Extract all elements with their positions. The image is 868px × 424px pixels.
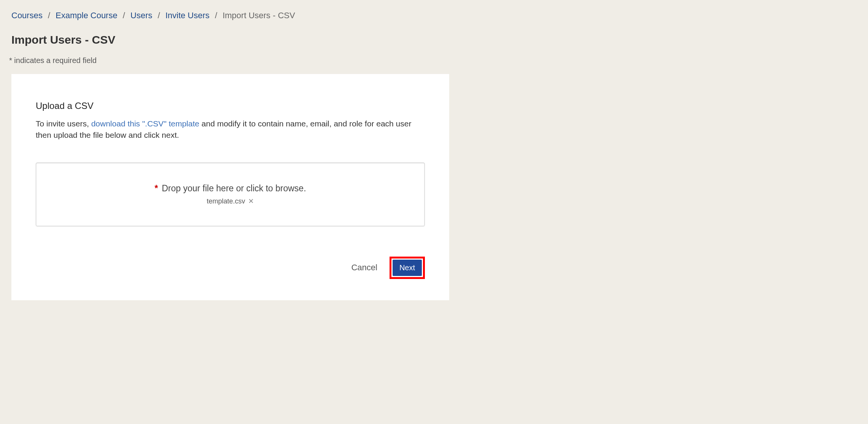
breadcrumb-invite-users[interactable]: Invite Users [165,11,209,20]
breadcrumb-current: Import Users - CSV [223,11,295,20]
breadcrumb-separator: / [48,11,50,20]
breadcrumb-users[interactable]: Users [130,11,152,20]
dropzone-label-text: Drop your file here or click to browse. [162,183,306,193]
remove-file-icon[interactable]: ✕ [248,198,254,205]
next-button[interactable]: Next [393,260,422,276]
required-field-note: * indicates a required field [9,56,857,65]
breadcrumb-separator: / [123,11,125,20]
upload-card: Upload a CSV To invite users, download t… [11,74,449,300]
cancel-button[interactable]: Cancel [350,260,379,276]
instructions-text-before: To invite users, [36,119,91,128]
download-template-link[interactable]: download this ".CSV" template [91,119,200,128]
breadcrumb-courses[interactable]: Courses [11,11,43,20]
file-dropzone[interactable]: *Drop your file here or click to browse.… [36,162,425,226]
action-row: Cancel Next [36,257,425,279]
dropzone-label: *Drop your file here or click to browse. [155,183,306,194]
page-title: Import Users - CSV [11,33,857,46]
breadcrumb-separator: / [215,11,217,20]
next-button-highlight: Next [390,257,425,279]
required-marker: * [155,183,158,193]
uploaded-file-chip: template.csv ✕ [207,197,254,205]
breadcrumb-separator: / [158,11,160,20]
upload-section-title: Upload a CSV [36,101,425,111]
breadcrumb-example-course[interactable]: Example Course [55,11,117,20]
upload-instructions: To invite users, download this ".CSV" te… [36,118,425,141]
breadcrumb: Courses / Example Course / Users / Invit… [11,11,857,20]
uploaded-file-name: template.csv [207,197,245,205]
